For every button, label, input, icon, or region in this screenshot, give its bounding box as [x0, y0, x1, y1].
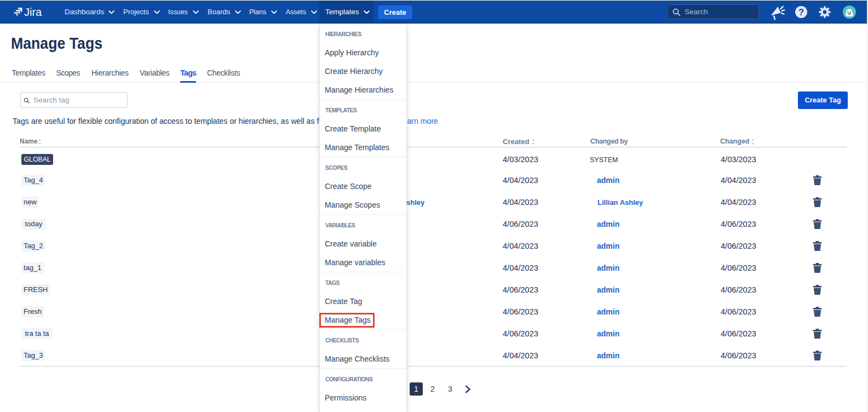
svg-text:?: ? — [798, 7, 804, 17]
